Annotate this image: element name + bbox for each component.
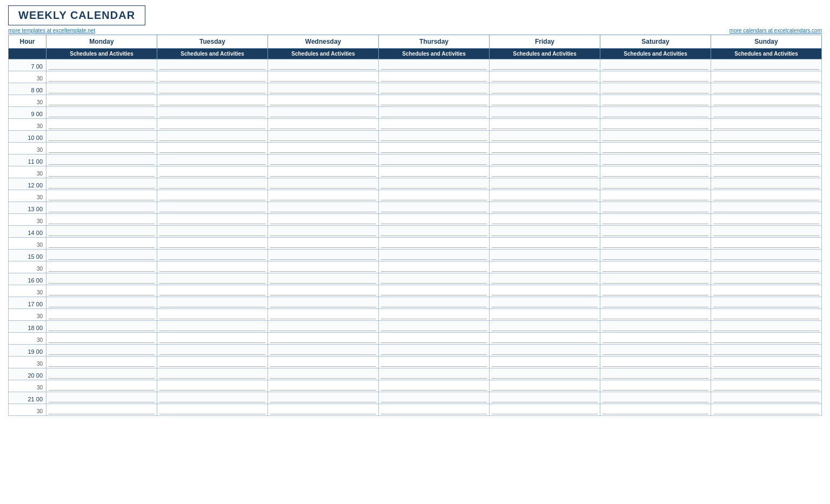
schedule-cell[interactable] [46,309,157,321]
schedule-cell[interactable] [490,392,600,404]
schedule-cell[interactable] [490,357,600,368]
schedule-cell[interactable] [157,392,268,404]
schedule-cell[interactable] [600,166,711,178]
schedule-cell[interactable] [711,190,822,202]
schedule-cell[interactable] [490,154,600,166]
schedule-cell[interactable] [268,107,379,119]
schedule-cell[interactable] [157,380,268,392]
schedule-cell[interactable] [157,285,268,297]
schedule-cell[interactable] [379,214,490,226]
schedule-cell[interactable] [46,261,157,273]
schedule-cell[interactable] [600,357,711,368]
schedule-cell[interactable] [379,107,490,119]
schedule-cell[interactable] [600,285,711,297]
schedule-cell[interactable] [490,261,600,273]
schedule-cell[interactable] [600,119,711,131]
schedule-cell[interactable] [157,368,268,380]
schedule-cell[interactable] [711,368,822,380]
schedule-cell[interactable] [379,368,490,380]
schedule-cell[interactable] [379,59,490,71]
schedule-cell[interactable] [157,357,268,368]
schedule-cell[interactable] [46,368,157,380]
schedule-cell[interactable] [268,404,379,416]
schedule-cell[interactable] [490,238,600,250]
schedule-cell[interactable] [157,59,268,71]
schedule-cell[interactable] [268,380,379,392]
schedule-cell[interactable] [46,83,157,95]
schedule-cell[interactable] [711,202,822,214]
schedule-cell[interactable] [711,380,822,392]
schedule-cell[interactable] [268,285,379,297]
schedule-cell[interactable] [490,345,600,357]
schedule-cell[interactable] [46,95,157,107]
schedule-cell[interactable] [379,297,490,309]
schedule-cell[interactable] [490,143,600,154]
schedule-cell[interactable] [379,178,490,190]
schedule-cell[interactable] [379,285,490,297]
schedule-cell[interactable] [46,119,157,131]
schedule-cell[interactable] [46,273,157,285]
schedule-cell[interactable] [490,250,600,261]
schedule-cell[interactable] [379,154,490,166]
schedule-cell[interactable] [711,71,822,83]
schedule-cell[interactable] [379,119,490,131]
schedule-cell[interactable] [600,273,711,285]
schedule-cell[interactable] [379,131,490,143]
schedule-cell[interactable] [46,226,157,238]
schedule-cell[interactable] [379,392,490,404]
schedule-cell[interactable] [157,226,268,238]
schedule-cell[interactable] [157,190,268,202]
schedule-cell[interactable] [379,380,490,392]
schedule-cell[interactable] [600,250,711,261]
schedule-cell[interactable] [490,83,600,95]
schedule-cell[interactable] [46,214,157,226]
schedule-cell[interactable] [46,166,157,178]
schedule-cell[interactable] [490,166,600,178]
schedule-cell[interactable] [600,202,711,214]
schedule-cell[interactable] [711,59,822,71]
schedule-cell[interactable] [600,154,711,166]
schedule-cell[interactable] [268,321,379,333]
schedule-cell[interactable] [157,143,268,154]
schedule-cell[interactable] [379,226,490,238]
schedule-cell[interactable] [268,154,379,166]
schedule-cell[interactable] [157,71,268,83]
schedule-cell[interactable] [490,190,600,202]
schedule-cell[interactable] [711,178,822,190]
schedule-cell[interactable] [600,107,711,119]
schedule-cell[interactable] [490,226,600,238]
schedule-cell[interactable] [379,190,490,202]
schedule-cell[interactable] [711,392,822,404]
schedule-cell[interactable] [711,261,822,273]
schedule-cell[interactable] [46,71,157,83]
schedule-cell[interactable] [711,357,822,368]
schedule-cell[interactable] [600,297,711,309]
schedule-cell[interactable] [600,83,711,95]
schedule-cell[interactable] [600,404,711,416]
schedule-cell[interactable] [46,107,157,119]
schedule-cell[interactable] [600,190,711,202]
schedule-cell[interactable] [379,333,490,345]
schedule-cell[interactable] [157,214,268,226]
schedule-cell[interactable] [46,178,157,190]
schedule-cell[interactable] [490,107,600,119]
schedule-cell[interactable] [490,202,600,214]
schedule-cell[interactable] [711,131,822,143]
schedule-cell[interactable] [600,261,711,273]
schedule-cell[interactable] [157,321,268,333]
schedule-cell[interactable] [268,368,379,380]
schedule-cell[interactable] [46,345,157,357]
schedule-cell[interactable] [600,59,711,71]
schedule-cell[interactable] [711,273,822,285]
schedule-cell[interactable] [600,95,711,107]
schedule-cell[interactable] [268,273,379,285]
schedule-cell[interactable] [268,119,379,131]
schedule-cell[interactable] [46,154,157,166]
schedule-cell[interactable] [711,250,822,261]
schedule-cell[interactable] [157,261,268,273]
schedule-cell[interactable] [268,178,379,190]
schedule-cell[interactable] [268,190,379,202]
schedule-cell[interactable] [711,321,822,333]
schedule-cell[interactable] [46,357,157,368]
schedule-cell[interactable] [490,285,600,297]
